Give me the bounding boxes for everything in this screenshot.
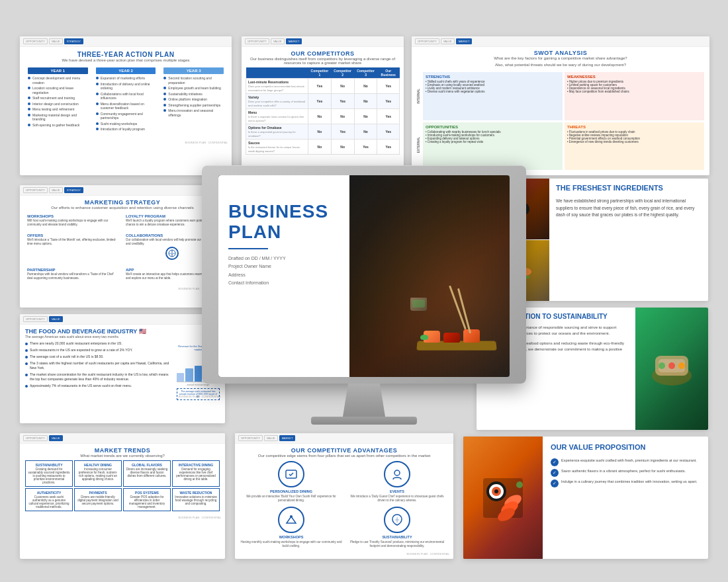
comp-cell-s-c1: No <box>308 140 331 155</box>
bp-main-title2: PLAN <box>228 222 388 243</box>
trend-waste-title: WASTE REDUCTION <box>175 491 217 495</box>
marketing-workshops-text: Will host sushi-making cooking workshops… <box>27 219 119 227</box>
trend-sus-title: SUSTAINABILITY <box>28 463 70 467</box>
monitor-bezel: BUSINESS PLAN Drafted on DD / MM / YYYY … <box>202 165 526 384</box>
comp-row-omakase: Options for OmakaseIs there a sequential… <box>246 124 400 140</box>
tag-val4: VALUE <box>49 187 63 193</box>
swot-weaknesses-items: • Higher prices due to premium ingredien… <box>567 80 702 93</box>
marketing-subtitle: Our efforts to enhance customer acquisit… <box>25 206 220 210</box>
slide-swot: OPPORTUNITY VALUE MARKET SWOT ANALYSIS W… <box>412 36 709 175</box>
tag-opp2: OPPORTUNITY <box>245 38 269 44</box>
pillar-sust-text: Pledge to use 'Freshly Sourced' produce,… <box>346 540 448 548</box>
value-prop-inner: OUR VALUE PROPOSITION ✓ Experience exqui… <box>463 436 708 559</box>
comp-row-reservations: Last-minute ReservationsDoes your compet… <box>246 79 400 94</box>
monitor-screen: BUSINESS PLAN Drafted on DD / MM / YYYY … <box>218 175 510 377</box>
y3-item4: Online platform integration <box>163 97 224 102</box>
swot-strengths: STRENGTHS • Skilled sushi chefs with yea… <box>423 72 563 120</box>
trend-payments: PAYMENTS Diners are mobile-friendly digi… <box>74 488 122 511</box>
food-bullet-5: The market share concentration for the s… <box>25 372 170 382</box>
comp-adv-content: OUR COMPETITIVE ADVANTAGES Our competiti… <box>235 444 453 551</box>
swot-opportunities-items: • Collaborating with nearby businesses f… <box>426 130 560 144</box>
comp-cell-o-us: Yes <box>377 124 400 140</box>
comp-cell-r-c3: No <box>354 79 377 94</box>
globe-svg <box>168 249 176 257</box>
value-check-1: ✓ <box>551 458 559 466</box>
y2-item6: Sushi-making workshops <box>96 122 156 126</box>
pillar-pers-circle <box>278 461 304 487</box>
monitor-wrapper: BUSINESS PLAN Drafted on DD / MM / YYYY … <box>192 165 536 443</box>
swot-threats: THREATS • Fluctuations in seafood prices… <box>565 122 704 171</box>
y2-item5: Community engagement and partnerships <box>96 112 156 120</box>
tag-opp3: OPPORTUNITY <box>415 38 439 44</box>
swot-threats-title: THREATS <box>567 125 702 129</box>
y1-item5: Menu testing and refinement <box>28 107 88 112</box>
tag-opp4: OPPORTUNITY <box>23 187 48 193</box>
marketing-workshops-title: WORKSHOPS <box>27 214 119 218</box>
value-prop-image <box>463 436 543 559</box>
trend-global: GLOBAL FLAVORS Diners are increasingly s… <box>123 460 171 487</box>
swot-strengths-items: • Skilled sushi chefs with years of expe… <box>426 80 560 93</box>
food-industry-subtitle: The average American eats sushi about on… <box>25 335 220 339</box>
swot-opportunities: OPPORTUNITIES • Collaborating with nearb… <box>423 122 563 171</box>
trend-waste: WASTE REDUCTION Innovative solutions to … <box>172 488 220 511</box>
y3-item6: Menu innovation and seasonal offerings <box>163 108 224 117</box>
flag-icon: 🇺🇸 <box>139 328 146 335</box>
monitor-base <box>311 417 417 425</box>
competitors-title: OUR COMPETITORS <box>246 50 400 57</box>
slide-market-trends: OPPORTUNITY VALUE MARKET TRENDS What mar… <box>20 433 225 559</box>
bp-divider <box>228 248 268 249</box>
y2-item2: Introduction of delivery and online orde… <box>96 82 156 91</box>
comp-cell-sauces-label: SaucesIs the restaurant known for its un… <box>246 140 308 155</box>
food-bullet-3: The average cost of a sushi roll in the … <box>25 354 170 359</box>
pillar-workshops: WORKSHOPS Hosting monthly sushi-making w… <box>240 507 342 548</box>
trend-waste-text: Innovative solutions to minimize food wa… <box>175 495 217 505</box>
pillar-events-text: We introduce a 'Daily Guest Chef' experi… <box>346 495 448 503</box>
sustainability-img <box>635 308 708 430</box>
pillar-work-circle <box>278 507 304 533</box>
swot-sub2: Also, what potential threats should we b… <box>417 63 704 67</box>
year2-col: YEAR 2 Expansion of marketing efforts In… <box>93 65 159 136</box>
action-plan-title: THREE-YEAR ACTION PLAN <box>25 51 226 58</box>
trend-authenticity: AUTHENTICITY Customers seek sushi authen… <box>25 488 73 511</box>
comp-th-c3: Competitor 3 <box>354 67 377 79</box>
swot-sub1: What are the key factors for gaining a c… <box>417 56 704 60</box>
business-plan-slide: BUSINESS PLAN Drafted on DD / MM / YYYY … <box>218 175 510 377</box>
main-container: OPPORTUNITY VALUE STRATEGY THREE-YEAR AC… <box>0 0 728 582</box>
globe-icon <box>165 247 179 260</box>
pillars-grid: PERSONALIZED DINING We provide an intera… <box>240 461 448 548</box>
competitors-tags: OPPORTUNITY VALUE MARKET <box>242 36 404 47</box>
sushi-piece-2 <box>443 333 460 343</box>
pillar-sust-title: SUSTAINABILITY <box>346 535 448 539</box>
swot-threats-items: • Fluctuations in seafood prices due to … <box>567 130 702 144</box>
comp-cell-s-c3: Yes <box>354 140 377 155</box>
pillar-work-title: WORKSHOPS <box>240 535 342 539</box>
comp-row-variety: VarietyDoes your competitor offer a vari… <box>246 94 400 109</box>
swot-opportunities-title: OPPORTUNITIES <box>426 125 560 129</box>
y2-item4: Menu diversification based on customer f… <box>96 102 156 110</box>
marketing-offers: OFFERS We'll introduce a 'Taste of the M… <box>25 231 121 264</box>
y3-item3: Sustainability initiatives <box>163 92 224 97</box>
marketing-title: MARKETING STRATEGY <box>25 199 220 206</box>
svg-point-17 <box>290 515 293 518</box>
pillar-events: EVENTS We introduce a 'Daily Guest Chef'… <box>346 461 448 503</box>
pillar-events-title: EVENTS <box>346 489 448 493</box>
swot-internal-label: INTERNAL <box>417 89 420 104</box>
swot-title: SWOT ANALYSIS <box>417 50 704 56</box>
value-item-1: ✓ Experience exquisite sushi crafted wit… <box>551 458 700 466</box>
marketing-offers-text: We'll introduce a 'Taste of the Month' s… <box>27 238 119 246</box>
comp-th-c1: Competitor 1 <box>308 67 331 79</box>
pillar-pers-text: We provide an interactive 'Build Your Ow… <box>240 495 342 503</box>
comp-cell-r-us: Yes <box>377 79 400 94</box>
pillar-pers-title: PERSONALIZED DINING <box>240 489 342 493</box>
action-plan-subtitle: We have devised a three-year action plan… <box>25 58 226 62</box>
swot-external-label: EXTERNAL <box>417 137 420 153</box>
market-trends-subtitle: What market trends are we currently obse… <box>25 454 220 458</box>
comp-cell-o-c3: No <box>354 124 377 140</box>
freshest-title: THE FRESHEST INGREDIENTS <box>556 184 702 192</box>
bp-title-area: BUSINESS PLAN Drafted on DD / MM / YYYY … <box>228 202 388 288</box>
swot-tags: OPPORTUNITY VALUE MARKET <box>412 36 709 47</box>
market-trends-content: MARKET TRENDS What market trends are we … <box>20 444 225 515</box>
marketing-partnership: PARTNERSHIP Partnerships with local vend… <box>25 266 121 282</box>
swot-weaknesses: WEAKNESSES • Higher prices due to premiu… <box>565 72 704 120</box>
wasabi <box>420 335 428 340</box>
